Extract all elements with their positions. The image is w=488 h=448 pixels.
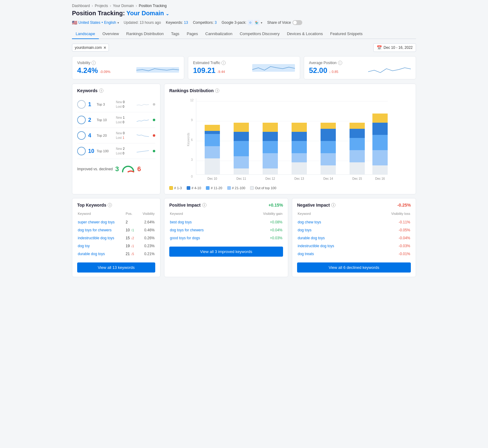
visibility-info-icon[interactable]: i xyxy=(92,61,96,65)
kw-count-top3: 1 xyxy=(88,101,94,108)
loss-cell: -0.03% xyxy=(372,242,410,250)
breadcrumb: Dashboard › Projects › Your Domain › Pos… xyxy=(72,4,416,8)
improved-declined-label: Improved vs. declined xyxy=(77,167,113,171)
breadcrumb-domain[interactable]: Your Domain xyxy=(113,4,134,8)
loss-cell: -0.04% xyxy=(372,234,410,242)
kw-dot-top100 xyxy=(153,150,155,152)
positive-impact-panel: Positive Impact i +0.15% Keyword Visibil… xyxy=(164,198,288,277)
svg-text:6: 6 xyxy=(191,138,193,142)
svg-rect-48 xyxy=(350,123,365,129)
g3pack-icon-store: 🏪 xyxy=(254,20,260,25)
svg-rect-34 xyxy=(292,141,307,153)
avg-position-value: 52.00 xyxy=(309,66,327,75)
keywords-count-link[interactable]: 13 xyxy=(184,20,188,25)
keywords-info-icon[interactable]: i xyxy=(99,89,103,93)
domain-title-link[interactable]: Your Domain xyxy=(127,10,164,16)
avg-position-change: ↓ 0.85 xyxy=(329,70,338,74)
kw-cell: dog chew toys xyxy=(298,219,371,226)
tab-overview[interactable]: Overview xyxy=(99,29,123,39)
view-all-keywords-button[interactable]: View all 13 keywords xyxy=(77,262,155,273)
rankings-panel: Rankings Distribution i 12 9 6 3 0 xyxy=(164,84,416,194)
traffic-sparkline xyxy=(252,61,295,75)
table-row: dog toys for chewers 10 ↑1 0.46% xyxy=(78,226,155,234)
negative-impact-info-icon[interactable]: i xyxy=(331,203,336,207)
tab-competitors-discovery[interactable]: Competitors Discovery xyxy=(236,29,283,39)
view-all-declined-button[interactable]: View all 6 declined keywords xyxy=(297,262,411,273)
pos-col-keyword: Keyword xyxy=(170,212,241,218)
svg-rect-54 xyxy=(372,114,388,123)
loss-cell: -0.01% xyxy=(372,250,410,258)
tab-tags[interactable]: Tags xyxy=(167,29,183,39)
tab-landscape[interactable]: Landscape xyxy=(72,29,99,39)
tab-cannibalization[interactable]: Cannibalization xyxy=(202,29,236,39)
legend-1-3: # 1-3 xyxy=(169,186,182,190)
kw-cell: good toys for dogs xyxy=(170,234,241,242)
kw-cell: indestructible dog toys xyxy=(298,242,371,250)
google3pack-control[interactable]: Google 3-pack: ⊙ 🏪 ▾ xyxy=(222,20,262,25)
traffic-info-icon[interactable]: i xyxy=(221,61,226,65)
svg-rect-41 xyxy=(321,129,336,141)
positive-impact-info-icon[interactable]: i xyxy=(202,203,206,207)
svg-rect-24 xyxy=(234,123,249,132)
kw-cell: dog toys xyxy=(298,226,371,234)
bar-chart-area: 12 9 6 3 0 Keywords xyxy=(169,97,411,190)
avg-position-label: Average Position xyxy=(309,61,337,65)
breadcrumb-dashboard[interactable]: Dashboard xyxy=(72,4,90,8)
svg-rect-38 xyxy=(321,165,336,175)
bottom-row: Top Keywords i Keyword Pos. Visibility s… xyxy=(72,198,416,277)
svg-rect-52 xyxy=(372,135,388,150)
kw-count-top20: 4 xyxy=(88,132,94,139)
tab-pages[interactable]: Pages xyxy=(183,29,202,39)
breadcrumb-projects[interactable]: Projects xyxy=(95,4,108,8)
domain-chevron[interactable]: ⌄ xyxy=(166,11,169,16)
neg-col-keyword: Keyword xyxy=(298,212,371,218)
tab-rankings-distribution[interactable]: Rankings Distribution xyxy=(123,29,167,39)
kw-label-top3: Top 3 xyxy=(97,103,113,106)
competitors-count-link[interactable]: 3 xyxy=(215,20,217,25)
domain-filter-tag[interactable]: yourdomain.com × xyxy=(72,44,109,52)
view-all-improved-button[interactable]: View all 3 improved keywords xyxy=(169,247,283,257)
svg-rect-15 xyxy=(205,146,220,158)
kw-label-top100: Top 100 xyxy=(97,149,113,153)
share-of-voice-toggle[interactable]: Share of Voice xyxy=(267,20,302,25)
tab-featured-snippets[interactable]: Featured Snippets xyxy=(326,29,366,39)
updated-time: Updated: 13 hours ago xyxy=(124,20,161,25)
negative-impact-table: Keyword Visibility loss dog chew toys -0… xyxy=(297,211,411,258)
kw-sparkline-top100 xyxy=(137,146,150,156)
nav-tabs: Landscape Overview Rankings Distribution… xyxy=(72,29,416,39)
kw-sparkline-top10 xyxy=(137,115,150,125)
kw-cell: dog toys for chewers xyxy=(78,226,123,234)
svg-text:3: 3 xyxy=(191,158,193,161)
legend-11-20: # 11-20 xyxy=(206,186,222,190)
kw-row-top100: 10 Top 100 New2 Lost0 xyxy=(77,143,155,159)
svg-rect-36 xyxy=(292,123,307,132)
top-keywords-info-icon[interactable]: i xyxy=(108,203,112,207)
location-selector[interactable]: 🇺🇸 United States • English ▾ xyxy=(72,20,119,25)
filter-bar: yourdomain.com × 📅 Dec 10 - 16, 2022 xyxy=(72,43,416,52)
table-row: indestructible dog toys 15 ↓2 0.26% xyxy=(78,234,155,242)
svg-text:Dec 16: Dec 16 xyxy=(375,177,385,180)
svg-rect-27 xyxy=(263,153,278,168)
svg-rect-33 xyxy=(292,153,307,162)
breadcrumb-current: Position Tracking xyxy=(139,4,167,8)
svg-rect-21 xyxy=(234,156,249,168)
tab-devices-locations[interactable]: Devices & Locations xyxy=(283,29,327,39)
negative-impact-panel: Negative Impact i -0.25% Keyword Visibil… xyxy=(292,198,416,277)
col-keyword: Keyword xyxy=(78,212,123,218)
date-range-picker[interactable]: 📅 Dec 10 - 16, 2022 xyxy=(373,43,416,52)
improved-declined: Improved vs. declined 3 6 xyxy=(77,162,155,173)
svg-text:0: 0 xyxy=(191,175,193,178)
legend-21-100: # 21-100 xyxy=(227,186,245,190)
svg-rect-44 xyxy=(350,162,365,175)
svg-text:Dec 10: Dec 10 xyxy=(207,177,217,180)
avg-position-info-icon[interactable]: i xyxy=(338,61,342,65)
domain-filter-remove[interactable]: × xyxy=(104,45,106,50)
sov-toggle-switch[interactable] xyxy=(292,20,302,25)
rankings-info-icon[interactable]: i xyxy=(215,89,219,93)
loss-cell: -0.05% xyxy=(372,226,410,234)
kw-cell: super chewer dog toys xyxy=(78,219,123,226)
gain-cell: +0.04% xyxy=(242,226,282,234)
date-range-value: Dec 10 - 16, 2022 xyxy=(384,45,413,50)
visibility-change: -0.09% xyxy=(100,70,110,74)
gain-cell: +0.03% xyxy=(242,234,282,242)
